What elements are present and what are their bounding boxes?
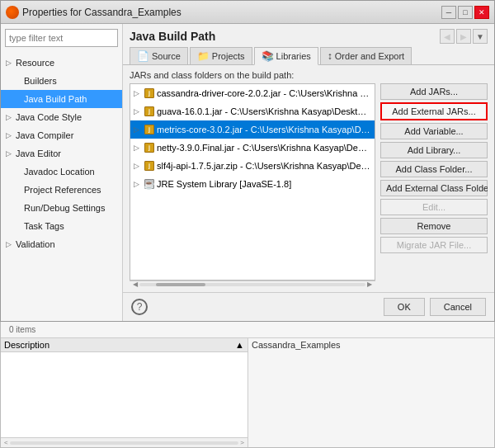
tab-order-export[interactable]: ↕ Order and Export	[320, 47, 412, 64]
restore-button[interactable]: □	[458, 6, 473, 19]
dialog-footer: ? OK Cancel	[123, 292, 494, 321]
bottom-desc-area	[1, 352, 248, 437]
jar-icon-cassandra: j	[144, 87, 155, 99]
sidebar-tree: ▷ Resource Builders Java Build Path ▷ Ja…	[1, 52, 122, 321]
cancel-button[interactable]: Cancel	[430, 298, 486, 316]
jar-item-slf4j[interactable]: ▷ j slf4j-api-1.7.5.jar.zip - C:\Users\K…	[130, 157, 375, 175]
sidebar-item-java-build-path[interactable]: Java Build Path	[1, 90, 122, 108]
tab-source-label: Source	[152, 51, 181, 61]
help-button[interactable]: ?	[131, 299, 148, 315]
build-path-main: ▷ j cassandra-driver-core-2.0.2.jar - C:…	[130, 83, 488, 287]
sidebar-item-java-editor[interactable]: ▷ Java Editor	[1, 144, 122, 163]
nav-forward-button[interactable]: ▶	[456, 29, 471, 44]
sidebar-item-code-style-label: Java Code Style	[16, 110, 82, 125]
ok-button[interactable]: OK	[384, 298, 425, 316]
add-jars-button[interactable]: Add JARs...	[380, 83, 488, 100]
bottom-project-label: Cassandra_Examples	[248, 338, 494, 351]
jar-icon-guava: j	[144, 106, 155, 117]
add-ext-class-folder-button[interactable]: Add External Class Folder...	[380, 180, 488, 196]
sidebar-item-builders-label: Builders	[24, 76, 57, 86]
bottom-scroll-left-icon[interactable]: <	[2, 439, 10, 446]
edit-button[interactable]: Edit...	[380, 199, 488, 215]
bottom-panel-tabs: 0 items	[1, 322, 494, 338]
jar-arrow-netty: ▷	[134, 140, 142, 155]
jar-text-slf4j: slf4j-api-1.7.5.jar.zip - C:\Users\Krish…	[157, 158, 371, 173]
add-external-jars-button[interactable]: Add External JARs...	[380, 102, 488, 120]
bottom-scrollbar-track	[10, 441, 239, 445]
jar-item-guava[interactable]: ▷ j guava-16.0.1.jar - C:\Users\Krishna …	[130, 102, 375, 120]
jar-text-jre: JRE System Library [JavaSE-1.8]	[157, 177, 291, 191]
scrollbar-thumb	[156, 283, 205, 286]
scroll-right-arrow[interactable]: ▶	[365, 281, 374, 287]
jar-item-jre[interactable]: ▷ ☕ JRE System Library [JavaSE-1.8]	[130, 175, 375, 193]
build-path-label: JARs and class folders on the build path…	[130, 70, 488, 80]
jar-arrow-metrics: ▷	[134, 122, 142, 137]
jar-text-cassandra: cassandra-driver-core-2.0.2.jar - C:\Use…	[157, 86, 371, 101]
scroll-left-arrow[interactable]: ◀	[131, 281, 139, 287]
bottom-desc-label: Description	[4, 340, 50, 350]
remove-button[interactable]: Remove	[380, 218, 488, 234]
jar-text-guava: guava-16.0.1.jar - C:\Users\Krishna Kasy…	[157, 104, 371, 119]
nav-back-button[interactable]: ◀	[440, 29, 455, 44]
sidebar-item-validation[interactable]: ▷ Validation	[1, 235, 122, 253]
jar-icon-jre: ☕	[144, 178, 155, 190]
sidebar-item-run-debug[interactable]: Run/Debug Settings	[1, 199, 122, 217]
tree-arrow-resource: ▷	[6, 55, 14, 70]
nav-arrows: ◀ ▶ ▼	[440, 29, 488, 44]
add-variable-button[interactable]: Add Variable...	[380, 123, 488, 139]
jar-item-metrics[interactable]: ▷ j metrics-core-3.0.2.jar - C:\Users\Kr…	[130, 120, 375, 139]
jar-list[interactable]: ▷ j cassandra-driver-core-2.0.2.jar - C:…	[130, 83, 375, 281]
eclipse-icon	[6, 6, 19, 19]
bottom-desc-header: Description ▲	[1, 338, 248, 352]
sidebar-item-run-debug-label: Run/Debug Settings	[24, 203, 105, 213]
tree-arrow-code-style: ▷	[6, 110, 14, 125]
sidebar-item-resource[interactable]: ▷ Resource	[1, 54, 122, 72]
bottom-scroll-right-icon[interactable]: >	[238, 439, 246, 446]
sidebar-item-code-style[interactable]: ▷ Java Code Style	[1, 108, 122, 126]
close-button[interactable]: ✕	[474, 6, 489, 19]
sidebar-item-project-refs[interactable]: Project References	[1, 181, 122, 199]
sidebar-item-java-compiler[interactable]: ▷ Java Compiler	[1, 126, 122, 144]
tab-libraries[interactable]: 📚 Libraries	[254, 47, 318, 65]
jar-item-cassandra[interactable]: ▷ j cassandra-driver-core-2.0.2.jar - C:…	[130, 84, 375, 102]
bottom-left: Description ▲ < >	[1, 338, 248, 447]
tab-order-export-label: Order and Export	[335, 51, 404, 61]
bottom-counter: 0 items	[4, 323, 40, 336]
sidebar-item-javadoc[interactable]: Javadoc Location	[1, 163, 122, 181]
sidebar-item-task-tags[interactable]: Task Tags	[1, 217, 122, 235]
main-dialog: Properties for Cassandra_Examples ─ □ ✕ …	[0, 0, 495, 322]
jar-list-scrollbar[interactable]: ◀ ▶	[130, 281, 375, 287]
libraries-tab-icon: 📚	[262, 50, 274, 62]
jar-text-metrics: metrics-core-3.0.2.jar - C:\Users\Krishn…	[157, 122, 371, 137]
sidebar-item-builders[interactable]: Builders	[1, 72, 122, 90]
tab-projects[interactable]: 📁 Projects	[190, 47, 252, 64]
sidebar-item-validation-label: Validation	[16, 237, 55, 252]
nav-dropdown-button[interactable]: ▼	[473, 29, 488, 44]
bottom-scroll-x[interactable]: < >	[1, 437, 248, 447]
jar-icon-netty: j	[144, 142, 155, 153]
footer-left: ?	[131, 298, 379, 316]
sidebar-item-java-compiler-label: Java Compiler	[16, 128, 73, 143]
tabs-bar: 📄 Source 📁 Projects 📚 Libraries ↕ Order …	[123, 47, 494, 65]
sidebar-item-project-refs-label: Project References	[24, 185, 101, 195]
filter-input[interactable]	[5, 29, 118, 47]
jar-arrow-slf4j: ▷	[134, 158, 142, 173]
jar-arrow-jre: ▷	[134, 177, 142, 191]
sidebar-item-resource-label: Resource	[16, 55, 54, 70]
tree-arrow-java-editor: ▷	[6, 146, 14, 161]
panel-header: Java Build Path ◀ ▶ ▼	[123, 24, 494, 47]
jar-item-netty[interactable]: ▷ j netty-3.9.0.Final.jar - C:\Users\Kri…	[130, 139, 375, 157]
minimize-button[interactable]: ─	[441, 6, 456, 19]
jar-list-wrapper: ▷ j cassandra-driver-core-2.0.2.jar - C:…	[130, 83, 375, 287]
tab-source[interactable]: 📄 Source	[130, 47, 188, 64]
bottom-panel-content: Description ▲ < > Cassandra_Examples	[1, 338, 494, 447]
title-bar-controls: ─ □ ✕	[441, 6, 489, 19]
build-path-area: JARs and class folders on the build path…	[123, 65, 494, 292]
bottom-right: Cassandra_Examples	[248, 338, 494, 447]
add-library-button[interactable]: Add Library...	[380, 142, 488, 158]
right-panel: Java Build Path ◀ ▶ ▼ 📄 Source 📁 Project…	[123, 24, 494, 321]
migrate-jar-button[interactable]: Migrate JAR File...	[380, 237, 488, 253]
add-class-folder-button[interactable]: Add Class Folder...	[380, 161, 488, 177]
source-tab-icon: 📄	[137, 50, 149, 62]
jar-arrow-cassandra: ▷	[134, 86, 142, 101]
